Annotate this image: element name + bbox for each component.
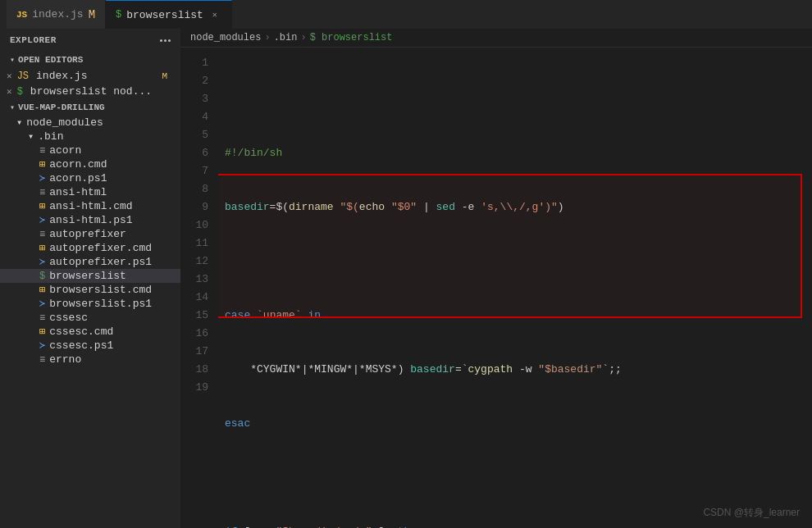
tab-label: browserslist	[126, 9, 203, 21]
code-line-5: *CYGWIN*|*MINGW*|*MSYS*) basedir=`cygpat…	[225, 361, 812, 379]
close-icon[interactable]: ✕	[7, 86, 12, 97]
folder-name: .bin	[38, 130, 63, 143]
file-name: acorn.cmd	[49, 158, 107, 171]
breadcrumb-part-3: $ browserslist	[310, 32, 393, 43]
tab-index-js[interactable]: JS index.js M	[7, 0, 106, 29]
ps-file-icon: ≻	[39, 256, 45, 268]
tree-item-errno[interactable]: ≡ errno	[0, 353, 180, 366]
tree-item-bin[interactable]: ▾ .bin	[0, 130, 180, 143]
arrow-icon: ▾	[10, 102, 15, 112]
code-editor[interactable]: 12345 678910 1112131415 16171819 #!/bin/…	[180, 48, 812, 528]
breadcrumb: node_modules › .bin › $ browserslist	[180, 29, 812, 48]
cmd-file-icon: ⊞	[39, 200, 45, 212]
editor-area: node_modules › .bin › $ browserslist 123…	[180, 29, 812, 528]
tree-item-cssesc-ps1[interactable]: ≻ cssesc.ps1	[0, 339, 180, 353]
tree-item-ansi-html-ps1[interactable]: ≻ ansi-html.ps1	[0, 213, 180, 227]
file-name: browserslist.ps1	[49, 298, 152, 310]
file-name: cssesc.ps1	[49, 339, 113, 352]
code-line-2: basedir=$(dirname "$(echo "$0" | sed -e …	[225, 198, 812, 216]
code-line-8: if [ -x "$basedir/node" ]; then	[225, 523, 812, 528]
file-name: acorn	[49, 144, 81, 157]
file-name: cssesc	[49, 312, 88, 324]
tree-item-acorn-cmd[interactable]: ⊞ acorn.cmd	[0, 157, 180, 171]
tree-item-acorn-ps1[interactable]: ≻ acorn.ps1	[0, 171, 180, 185]
dollar-file-icon: $	[17, 86, 23, 98]
tree-item-acorn[interactable]: ≡ acorn	[0, 143, 180, 157]
dollar-file-icon: $	[39, 271, 45, 282]
code-line-1: #!/bin/sh	[225, 144, 812, 162]
open-editor-browserslist[interactable]: ✕ $ browserslist nod...	[0, 84, 180, 99]
tree-item-cssesc-cmd[interactable]: ⊞ cssesc.cmd	[0, 325, 180, 339]
tab-browserslist[interactable]: $ browserslist ✕	[106, 0, 232, 29]
plain-file-icon: ≡	[39, 187, 45, 198]
breadcrumb-part-2: .bin	[274, 32, 298, 43]
ps-file-icon: ≻	[39, 172, 45, 184]
open-editors-section[interactable]: ▾ OPEN EDITORS	[0, 52, 180, 68]
ps-file-icon: ≻	[39, 339, 45, 352]
code-content[interactable]: #!/bin/sh basedir=$(dirname "$(echo "$0"…	[218, 48, 812, 528]
open-editor-index-js[interactable]: ✕ JS index.js M	[0, 68, 180, 84]
file-name: errno	[49, 353, 81, 366]
tree-item-ansi-html-cmd[interactable]: ⊞ ansi-html.cmd	[0, 199, 180, 213]
arrow-icon: ▾	[10, 55, 15, 65]
open-editors-label: OPEN EDITORS	[18, 55, 83, 65]
title-bar: JS index.js M $ browserslist ✕	[0, 0, 812, 29]
explorer-label: EXPLORER	[10, 35, 57, 45]
tab-label: index.js	[32, 8, 83, 20]
tree-item-node-modules[interactable]: ▾ node_modules	[0, 116, 180, 130]
dollar-icon: $	[116, 9, 121, 20]
file-name: ansi-html	[49, 186, 107, 198]
tree-item-autoprefixer-cmd[interactable]: ⊞ autoprefixer.cmd	[0, 241, 180, 255]
tab-close-button[interactable]: ✕	[208, 8, 221, 21]
tree-item-autoprefixer-ps1[interactable]: ≻ autoprefixer.ps1	[0, 255, 180, 269]
file-name: autoprefixer.ps1	[49, 256, 152, 268]
tree-item-browserslist-ps1[interactable]: ≻ browserslist.ps1	[0, 297, 180, 311]
line-numbers: 12345 678910 1112131415 16171819	[180, 48, 218, 528]
breadcrumb-sep: ›	[264, 32, 270, 43]
tree-item-cssesc[interactable]: ≡ cssesc	[0, 311, 180, 325]
plain-file-icon: ≡	[39, 354, 45, 366]
js-file-icon: JS	[17, 71, 29, 82]
file-name: autoprefixer	[49, 228, 126, 240]
ps-file-icon: ≻	[39, 298, 45, 310]
more-options-button[interactable]	[160, 39, 171, 42]
file-name: cssesc.cmd	[49, 325, 113, 338]
close-icon[interactable]: ✕	[7, 71, 12, 81]
sidebar-header: EXPLORER	[0, 29, 180, 52]
arrow-icon: ▾	[28, 130, 34, 143]
project-section[interactable]: ▾ VUE-MAP-DRILLING	[0, 99, 180, 116]
folder-name: node_modules	[26, 116, 103, 129]
project-label: VUE-MAP-DRILLING	[18, 102, 105, 112]
file-name: index.js	[36, 70, 87, 82]
tree-item-browserslist[interactable]: $ browserslist	[0, 269, 180, 283]
plain-file-icon: ≡	[39, 312, 45, 324]
file-name: autoprefixer.cmd	[49, 242, 152, 254]
breadcrumb-sep: ›	[300, 32, 306, 43]
highlight-region	[218, 174, 802, 318]
file-name: ansi-html.ps1	[49, 214, 132, 226]
file-name: browserslist nod...	[30, 85, 152, 98]
file-name: browserslist.cmd	[49, 284, 152, 296]
tree-item-browserslist-cmd[interactable]: ⊞ browserslist.cmd	[0, 283, 180, 297]
modified-badge: M	[162, 71, 167, 81]
code-line-6: esac	[225, 415, 812, 433]
ps-file-icon: ≻	[39, 214, 45, 226]
modified-indicator: M	[89, 8, 95, 21]
tree-item-autoprefixer[interactable]: ≡ autoprefixer	[0, 227, 180, 241]
code-line-4: case `uname` in	[225, 307, 812, 325]
file-name: browserslist	[49, 270, 126, 282]
plain-file-icon: ≡	[39, 145, 45, 157]
tab-group: JS index.js M $ browserslist ✕	[7, 0, 232, 29]
sidebar: EXPLORER ▾ OPEN EDITORS ✕ JS index.js M …	[0, 29, 180, 528]
arrow-icon: ▾	[16, 116, 22, 129]
cmd-file-icon: ⊞	[39, 158, 45, 171]
file-name: ansi-html.cmd	[49, 200, 132, 212]
cmd-file-icon: ⊞	[39, 242, 45, 254]
plain-file-icon: ≡	[39, 229, 45, 240]
js-icon: JS	[16, 10, 27, 20]
breadcrumb-part-1: node_modules	[190, 32, 261, 43]
tree-item-ansi-html[interactable]: ≡ ansi-html	[0, 185, 180, 199]
main-layout: EXPLORER ▾ OPEN EDITORS ✕ JS index.js M …	[0, 29, 812, 528]
code-line-3	[225, 253, 812, 271]
cmd-file-icon: ⊞	[39, 284, 45, 296]
